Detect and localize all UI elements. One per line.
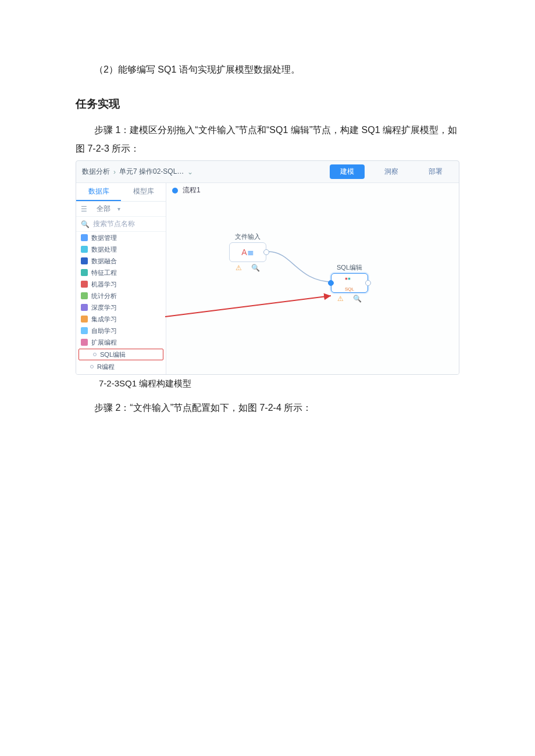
node-title: SQL编辑 (329, 263, 370, 272)
figure-7-2-3: 数据分析 › 单元7 操作02-SQL… ⌄ 建模 洞察 部署 数据库 模型库 … (0, 160, 535, 375)
breadcrumb-root[interactable]: 数据分析 (82, 167, 110, 177)
step-1-text: 步骤 1：建模区分别拖入“文件输入”节点和“SQ1 编辑”节点，构建 SQ1 编… (0, 121, 535, 158)
annotation-arrow (165, 295, 334, 318)
node-file-input[interactable]: 文件输入 A≣ ⚠ 🔍 (227, 232, 268, 272)
step-2-text: 步骤 2：“文件输入”节点配置如下，如图 7-2-4 所示： (0, 399, 535, 417)
topbar: 数据分析 › 单元7 操作02-SQL… ⌄ 建模 洞察 部署 (76, 161, 459, 182)
sql-node-icon: ▪▪SQL (345, 274, 354, 292)
category-icon (81, 339, 88, 346)
tree-item-label: 数据管理 (91, 234, 117, 242)
tree-child-scala[interactable]: Scala编程 (76, 372, 166, 374)
node-footer: ⚠ 🔍 (227, 264, 268, 272)
section-heading-task: 任务实现 (0, 96, 535, 112)
bullet-icon (93, 353, 97, 356)
output-port[interactable] (263, 249, 269, 255)
inspect-icon[interactable]: 🔍 (251, 264, 260, 272)
node-tree: 数据管理 数据处理 数据融合 特征工程 机器学习 统计分析 深度学习 集成学习 … (76, 232, 166, 374)
tree-item-label: 数据处理 (91, 245, 117, 253)
category-icon (81, 281, 88, 288)
tree-item[interactable]: 自助学习 (76, 325, 166, 336)
tree-item[interactable]: 集成学习 (76, 313, 166, 325)
app-screenshot: 数据分析 › 单元7 操作02-SQL… ⌄ 建模 洞察 部署 数据库 模型库 … (76, 160, 459, 375)
node-body[interactable]: A≣ (229, 242, 266, 262)
tree-item-label: 数据融合 (91, 257, 117, 265)
tree-item[interactable]: 机器学习 (76, 278, 166, 290)
category-icon (81, 246, 88, 253)
category-icon (81, 257, 88, 264)
figure-caption: 7-2-3SQ1 编程构建模型 (0, 378, 535, 389)
node-title: 文件输入 (227, 232, 268, 241)
tree-child-r[interactable]: R编程 (76, 361, 166, 372)
body-line-1: （2）能够编写 SQ1 语句实现扩展模型数据处理。 (0, 60, 535, 79)
tree-item-label: 扩展编程 (91, 338, 117, 346)
figure-body: 数据库 模型库 ☰ 全部 ▾ 🔍 搜索节点名称 数据管理 数据处理 (76, 182, 459, 374)
node-footer: ⚠ 🔍 (329, 295, 370, 303)
tree-item-label: SQL编辑 (100, 350, 126, 359)
search-input[interactable]: 搜索节点名称 (93, 219, 135, 229)
sidebar-tab-data[interactable]: 数据库 (76, 183, 121, 201)
search-icon: 🔍 (81, 220, 90, 228)
list-view-icon[interactable]: ☰ (81, 205, 87, 213)
tree-item-label: 特征工程 (91, 268, 117, 277)
bullet-icon (90, 365, 94, 368)
category-icon (81, 292, 88, 299)
breadcrumb-item[interactable]: 单元7 操作02-SQL… (119, 167, 184, 177)
sidebar: 数据库 模型库 ☰ 全部 ▾ 🔍 搜索节点名称 数据管理 数据处理 (76, 183, 166, 374)
tree-item-label: 深度学习 (91, 303, 117, 311)
tree-item-label: 自助学习 (91, 327, 117, 335)
sidebar-tab-model[interactable]: 模型库 (121, 183, 166, 201)
tree-item-label: 集成学习 (91, 315, 117, 323)
sidebar-toolbar: ☰ 全部 ▾ (76, 202, 166, 217)
canvas-tabs: 流程1 (166, 183, 459, 198)
flow-tab-indicator-icon (172, 188, 178, 194)
tree-item[interactable]: 数据处理 (76, 243, 166, 255)
tree-item-label: R编程 (97, 363, 115, 371)
breadcrumb-separator: › (113, 168, 116, 176)
warning-icon[interactable]: ⚠ (236, 264, 242, 272)
tree-item-label: 统计分析 (91, 292, 117, 300)
chevron-down-icon[interactable]: ⌄ (187, 168, 193, 176)
input-port[interactable] (328, 280, 334, 286)
tab-build[interactable]: 建模 (330, 164, 365, 179)
chevron-down-icon[interactable]: ▾ (117, 206, 120, 212)
node-body[interactable]: ▪▪SQL (331, 273, 368, 293)
inspect-icon[interactable]: 🔍 (353, 295, 362, 303)
output-port[interactable] (365, 280, 371, 286)
tree-item[interactable]: 数据融合 (76, 255, 166, 267)
flow-canvas[interactable]: 流程1 文件输入 A≣ ⚠ 🔍 (166, 183, 459, 374)
category-icon (81, 316, 88, 323)
tree-item[interactable]: 扩展编程 (76, 336, 166, 348)
category-icon (81, 304, 88, 311)
search-row: 🔍 搜索节点名称 (76, 217, 166, 232)
category-icon (81, 327, 88, 334)
tree-item-label: 机器学习 (91, 280, 117, 288)
page: （2）能够编写 SQ1 语句实现扩展模型数据处理。 任务实现 步骤 1：建模区分… (0, 0, 535, 417)
node-sql-edit[interactable]: SQL编辑 ▪▪SQL ⚠ 🔍 (329, 263, 370, 303)
warning-icon[interactable]: ⚠ (337, 295, 344, 303)
tree-item[interactable]: 数据管理 (76, 232, 166, 243)
tree-item[interactable]: 特征工程 (76, 267, 166, 278)
file-input-icon: A≣ (241, 248, 254, 257)
tab-view[interactable]: 洞察 (374, 164, 409, 179)
tab-deploy[interactable]: 部署 (418, 164, 453, 179)
connector (269, 252, 338, 292)
flow-tab-label[interactable]: 流程1 (183, 185, 201, 195)
sidebar-tabs: 数据库 模型库 (76, 183, 166, 202)
category-icon (81, 234, 88, 241)
tree-item[interactable]: 统计分析 (76, 290, 166, 302)
tree-child-sql[interactable]: SQL编辑 (79, 349, 163, 360)
category-icon (81, 269, 88, 276)
filter-all[interactable]: 全部 (97, 204, 110, 214)
svg-line-0 (165, 296, 331, 317)
tree-item[interactable]: 深度学习 (76, 302, 166, 313)
